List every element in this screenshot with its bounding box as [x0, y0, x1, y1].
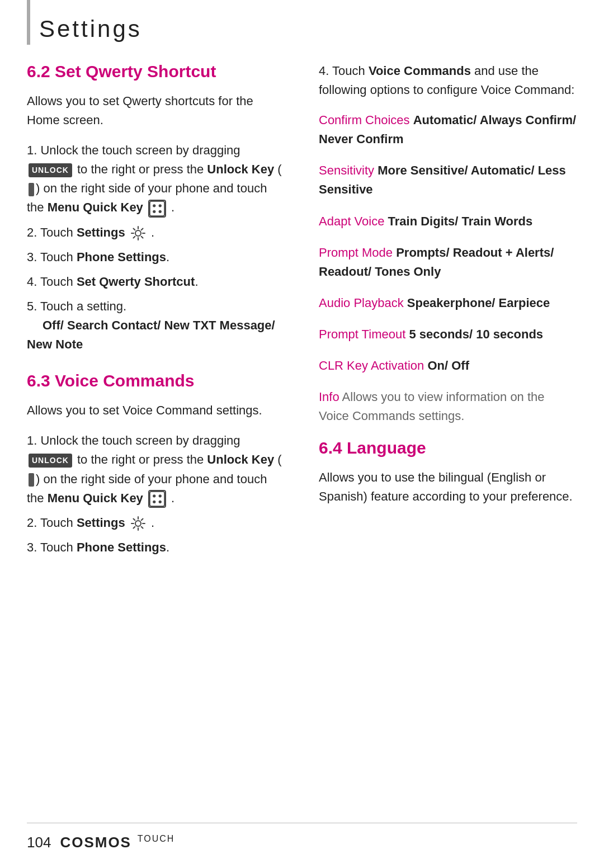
option-adapt-voice: Adapt Voice Train Digits/ Train Words: [319, 212, 577, 231]
option-label-sensitivity: Sensitivity: [319, 163, 378, 177]
step-62-1: 1. Unlock the touch screen by dragging U…: [27, 141, 285, 217]
right-column: 4. Touch Voice Commands and use the foll…: [313, 62, 577, 812]
svg-point-10: [159, 500, 162, 503]
option-label-audio: Audio Playback: [319, 296, 407, 310]
option-confirm-choices: Confirm Choices Automatic/ Always Confir…: [319, 111, 577, 149]
section-64-text: Allows you to use the bilingual (English…: [319, 468, 577, 506]
section-62-heading: 6.2 Set Qwerty Shortcut: [27, 62, 285, 82]
step-63-1-text: 1. Unlock the touch screen by dragging U…: [27, 433, 282, 504]
menu-quick-key-icon: [148, 200, 166, 218]
svg-point-4: [159, 210, 162, 213]
svg-rect-0: [150, 201, 164, 216]
option-values-audio: Speakerphone/ Earpiece: [407, 296, 550, 310]
svg-point-3: [153, 210, 155, 213]
option-label-timeout: Prompt Timeout: [319, 327, 409, 341]
step-62-4: 4. Touch Set Qwerty Shortcut.: [27, 272, 285, 291]
brand-logo: COSMOS TOUCH: [60, 833, 174, 851]
option-values-adapt: Train Digits/ Train Words: [388, 214, 533, 228]
option-clr-key: CLR Key Activation On/ Off: [319, 356, 577, 375]
page-title: Settings: [39, 16, 142, 43]
option-values-clr: On/ Off: [427, 358, 469, 372]
option-info: Info Allows you to view information on t…: [319, 388, 577, 426]
step-63-1: 1. Unlock the touch screen by dragging U…: [27, 431, 285, 507]
step-62-5: 5. Touch a setting. Off/ Search Contact/…: [27, 297, 285, 354]
option-sensitivity: Sensitivity More Sensitive/ Automatic/ L…: [319, 161, 577, 199]
option-audio-playback: Audio Playback Speakerphone/ Earpiece: [319, 294, 577, 313]
step-62-2: 2. Touch Settings .: [27, 223, 285, 242]
option-label-confirm: Confirm Choices: [319, 113, 413, 127]
step-63-2: 2. Touch Settings .: [27, 513, 285, 532]
option-label-adapt: Adapt Voice: [319, 214, 388, 228]
settings-gear-icon: [130, 225, 146, 241]
section-62-intro: Allows you to set Qwerty shortcuts for t…: [27, 92, 285, 130]
section-63-heading: 6.3 Voice Commands: [27, 371, 285, 391]
section-64-heading: 6.4 Language: [319, 438, 577, 458]
svg-point-11: [135, 521, 141, 526]
section-62: 6.2 Set Qwerty Shortcut Allows you to se…: [27, 62, 285, 354]
bottom-divider: [27, 823, 577, 823]
accent-bar: [27, 0, 30, 45]
step-62-2-text: 2. Touch Settings .: [27, 225, 154, 239]
step-63-3: 3. Touch Phone Settings.: [27, 538, 285, 557]
right-intro: 4. Touch Voice Commands and use the foll…: [319, 62, 577, 100]
step-62-1-text: 1. Unlock the touch screen by dragging U…: [27, 143, 282, 214]
step-62-5-text: 5. Touch a setting. Off/ Search Contact/…: [27, 299, 275, 351]
step-63-3-text: 3. Touch Phone Settings.: [27, 540, 169, 554]
page-number: 104: [27, 834, 51, 851]
menu-quick-key-icon-2: [148, 490, 166, 508]
svg-rect-6: [150, 492, 164, 506]
option-text-info: Allows you to view information on the Vo…: [319, 390, 545, 423]
step-62-4-text: 4. Touch Set Qwerty Shortcut.: [27, 275, 199, 289]
footer: 104 COSMOS TOUCH: [27, 833, 174, 851]
brand-suffix: TOUCH: [138, 834, 175, 843]
step-63-2-text: 2. Touch Settings .: [27, 516, 154, 530]
side-key-icon: [29, 183, 34, 196]
option-label-prompt-mode: Prompt Mode: [319, 246, 396, 260]
option-label-info: Info: [319, 390, 342, 404]
section-63: 6.3 Voice Commands Allows you to set Voi…: [27, 371, 285, 557]
option-label-clr: CLR Key Activation: [319, 358, 427, 372]
step-62-3: 3. Touch Phone Settings.: [27, 248, 285, 267]
section-63-intro: Allows you to set Voice Command settings…: [27, 401, 285, 420]
svg-point-8: [159, 494, 162, 497]
option-prompt-mode: Prompt Mode Prompts/ Readout + Alerts/ R…: [319, 243, 577, 281]
option-prompt-timeout: Prompt Timeout 5 seconds/ 10 seconds: [319, 325, 577, 344]
unlock-badge: UNLOCK: [29, 163, 72, 178]
section-64: 6.4 Language Allows you to use the bilin…: [319, 438, 577, 506]
left-column: 6.2 Set Qwerty Shortcut Allows you to se…: [27, 62, 291, 812]
svg-point-5: [135, 230, 141, 236]
svg-point-7: [153, 494, 155, 497]
svg-point-2: [159, 204, 162, 207]
page: Settings 6.2 Set Qwerty Shortcut Allows …: [0, 0, 604, 868]
side-key-icon-2: [29, 473, 34, 487]
step-62-3-text: 3. Touch Phone Settings.: [27, 250, 169, 264]
svg-point-9: [153, 500, 155, 503]
option-values-timeout: 5 seconds/ 10 seconds: [409, 327, 543, 341]
section-62-steps: 1. Unlock the touch screen by dragging U…: [27, 141, 285, 354]
content-area: 6.2 Set Qwerty Shortcut Allows you to se…: [27, 62, 577, 812]
unlock-badge-2: UNLOCK: [29, 454, 72, 468]
brand-name: COSMOS: [60, 834, 131, 851]
svg-point-1: [153, 204, 155, 207]
section-63-steps: 1. Unlock the touch screen by dragging U…: [27, 431, 285, 557]
settings-gear-icon-2: [130, 516, 146, 531]
